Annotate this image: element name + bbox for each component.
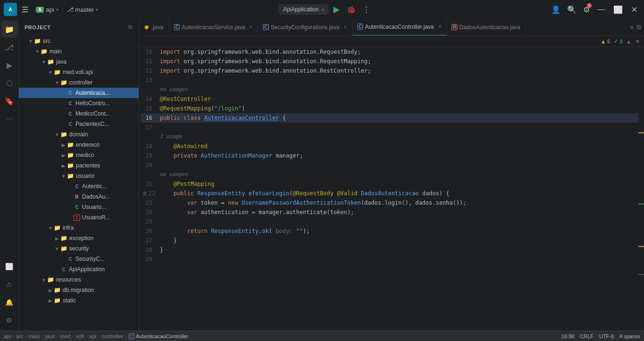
breadcrumb-item-voll[interactable]: voll — [76, 333, 84, 339]
scroll-track — [638, 47, 644, 331]
minimize-button[interactable]: — — [594, 3, 608, 16]
breadcrumb-sep-7: › — [98, 333, 100, 339]
activity-item-notifications[interactable]: 🔔 — [1, 294, 18, 311]
tree-item-pacientes-controller[interactable]: C PacientesC... — [19, 119, 139, 129]
tree-item-usuario[interactable]: ▼ 📁 usuario — [19, 171, 139, 181]
add-profile-button[interactable]: 👤 — [549, 3, 562, 16]
tree-item-medico-controller[interactable]: C MedicoCont... — [19, 108, 139, 119]
activity-item-problems[interactable]: ⚠ — [1, 276, 18, 293]
medico-arrow: ▶ — [60, 153, 67, 158]
tab-java-partial[interactable]: .java — [139, 19, 169, 36]
activity-item-more[interactable]: ⋯ — [1, 110, 18, 127]
medico-c-label: MedicoCont... — [75, 110, 110, 117]
tree-item-hello-controller[interactable]: C HelloContro... — [19, 98, 139, 108]
run-config-dropdown-icon: ▾ — [322, 7, 324, 12]
breadcrumb-item-api2[interactable]: api — [89, 333, 96, 339]
breadcrumb-item-controller[interactable]: controller — [102, 333, 123, 339]
branch-dropdown-icon: ▾ — [96, 7, 98, 12]
tab-autenticacao-controller-close[interactable]: ✕ — [438, 24, 442, 30]
tree-item-securityc[interactable]: C SecurityC... — [19, 254, 139, 264]
tree-item-autenticac2[interactable]: C Autentic... — [19, 181, 139, 191]
debug-button[interactable]: 🐞 — [345, 3, 358, 16]
tree-item-api-application[interactable]: C ApiApplication — [19, 264, 139, 274]
controller-arrow: ▼ — [54, 80, 60, 85]
settings-button[interactable]: ⚙ ! — [581, 3, 592, 16]
status-indent[interactable]: 4 spaces — [619, 333, 640, 339]
tree-item-medico[interactable]: ▶ 📁 medico — [19, 150, 139, 160]
branch-selector[interactable]: ⎇ master ▾ — [64, 4, 101, 15]
medico-folder-icon: 📁 — [67, 152, 74, 158]
tree-item-autenticacao-controller[interactable]: C Autenticaca... — [19, 88, 139, 98]
tab-security-configurations[interactable]: C SecurityConfigurations.java ✕ — [258, 19, 353, 36]
static-label: static — [63, 297, 76, 304]
activity-item-settings2[interactable]: ⚙ — [1, 312, 18, 329]
warnings-nav-up[interactable]: ▲ — [626, 39, 631, 44]
breadcrumb-item-java[interactable]: java — [45, 333, 55, 339]
tab-autenticacao-service-label: AutenticacaoService.java — [182, 24, 245, 31]
tree-item-db-migration[interactable]: ▶ 📁 db.migration — [19, 285, 139, 295]
tree-item-controller[interactable]: ▼ 📁 controller — [19, 77, 139, 88]
maximize-button[interactable]: ⬜ — [611, 3, 626, 16]
tree-item-med-voll-api[interactable]: ▼ 📁 med.voll.api — [19, 67, 139, 77]
tab-autenticacao-service[interactable]: C AutenticacaoService.java ✕ — [169, 19, 258, 36]
tree-item-resources[interactable]: ▼ 📁 resources — [19, 274, 139, 285]
project-selector[interactable]: A api ▾ — [33, 4, 61, 15]
status-encoding[interactable]: UTF-8 — [599, 333, 614, 339]
breadcrumb-item-autenticacao[interactable]: C AutenticacaoController — [129, 333, 189, 339]
activity-item-folder[interactable]: 📁 — [1, 21, 18, 38]
sidebar-gear-icon[interactable]: ⚙ — [128, 24, 133, 31]
tab-dados-autenticacao[interactable]: R DadosAutenticacao.java — [447, 19, 525, 36]
tab-bar: .java C AutenticacaoService.java ✕ C Sec… — [139, 19, 644, 36]
code-text-25 — [160, 217, 163, 226]
code-line-19: 19 private AuthenticationManager manager… — [141, 151, 638, 160]
usuario2-c-icon: C — [74, 205, 80, 210]
warnings-nav-down[interactable]: ▼ — [635, 39, 640, 44]
hamburger-button[interactable]: ☰ — [20, 3, 30, 16]
tab-autenticacao-controller-label: AutenticacaoController.java — [365, 24, 434, 30]
tree-item-exception[interactable]: ▶ 📁 exception — [19, 233, 139, 243]
tree-item-main[interactable]: ▼ 📁 main — [19, 46, 139, 57]
dadosau-label: DadosAu... — [82, 193, 110, 200]
tree-item-src[interactable]: ▼ 📁 src — [19, 36, 139, 46]
run-button[interactable]: ▶ — [331, 2, 342, 17]
more-run-options[interactable]: ⋮ — [361, 3, 372, 16]
tree-item-java[interactable]: ▼ 📁 java — [19, 57, 139, 67]
ln-24: 24 — [141, 208, 160, 217]
tab-security-configurations-close[interactable]: ✕ — [343, 24, 347, 30]
tree-item-pacientes[interactable]: ▶ 📁 pacientes — [19, 160, 139, 171]
tree-item-domain[interactable]: ▼ 📁 domain — [19, 129, 139, 140]
activity-item-git[interactable]: ⎇ — [1, 39, 18, 56]
titlebar: A ☰ A api ▾ ⎇ master ▾ ApiApplication ▾ … — [0, 0, 644, 19]
breadcrumb-item-main[interactable]: main — [29, 333, 40, 339]
breadcrumb-item-api[interactable]: api — [4, 333, 11, 339]
tree-item-dadosau[interactable]: R DadosAu... — [19, 191, 139, 202]
tree-item-usuario2[interactable]: C Usuario... — [19, 202, 139, 212]
activity-item-terminal[interactable]: ⬜ — [1, 258, 18, 275]
run-config-selector[interactable]: ApiApplication ▾ — [278, 4, 329, 15]
status-bar: api › src › main › java › med › voll › a… — [0, 331, 644, 341]
breadcrumb-sep-4: › — [57, 333, 58, 339]
tree-item-static[interactable]: ▶ 📁 static — [19, 295, 139, 306]
tab-autenticacao-service-close[interactable]: ✕ — [249, 24, 253, 30]
code-text-16: public class AutenticacaoController { — [160, 113, 286, 123]
tree-item-usuarior[interactable]: I UsuarioR... — [19, 212, 139, 223]
breadcrumb-item-med[interactable]: med — [60, 333, 70, 339]
close-button[interactable]: ✕ — [628, 3, 640, 16]
branch-icon: ⎇ — [67, 6, 74, 13]
activity-item-plugins[interactable]: ⬡ — [1, 75, 18, 91]
activity-item-bookmarks[interactable]: 🔖 — [1, 92, 18, 109]
activity-item-run[interactable]: ▶ — [1, 57, 18, 74]
tab-split-button[interactable]: ⧉ — [636, 23, 641, 31]
medico-c-icon: C — [67, 111, 74, 116]
tree-item-endereco[interactable]: ▶ 📁 endereco — [19, 140, 139, 150]
usuarior-label: UsuarioR... — [82, 214, 110, 221]
search-button[interactable]: 🔍 — [565, 3, 578, 16]
controller-folder-icon: 📁 — [60, 79, 67, 86]
breadcrumb-item-src[interactable]: src — [16, 333, 23, 339]
tab-list-button[interactable]: ≡ — [630, 24, 634, 31]
tree-item-infra[interactable]: ▼ 📁 infra — [19, 223, 139, 233]
code-content[interactable]: 10 import org.springframework.web.bind.a… — [139, 47, 638, 331]
tree-item-security[interactable]: ▼ 📁 security — [19, 243, 139, 254]
tab-autenticacao-controller[interactable]: C AutenticacaoController.java ✕ — [353, 19, 447, 36]
status-line-ending[interactable]: CRLF — [580, 333, 594, 339]
